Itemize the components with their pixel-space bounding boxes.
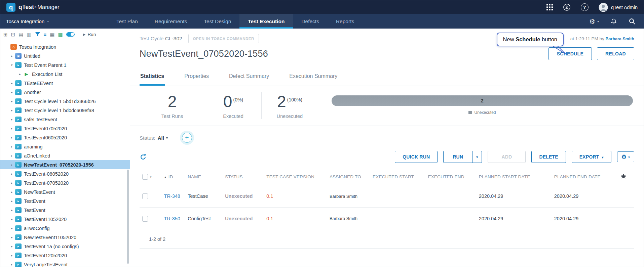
- caret-right-icon[interactable]: ▸: [9, 208, 14, 212]
- project-selector[interactable]: Tosca Integration ▾: [0, 14, 108, 29]
- tab-properties[interactable]: Properties: [184, 69, 210, 86]
- row-checkbox[interactable]: [142, 193, 148, 199]
- caret-right-icon[interactable]: ▸: [9, 254, 14, 257]
- tree-item[interactable]: ▸▸NewTestEvent_07052020-1556: [0, 160, 130, 169]
- quick-run-button[interactable]: QUICK RUN: [395, 151, 438, 163]
- row-checkbox[interactable]: [142, 216, 148, 222]
- caret-right-icon[interactable]: ▸: [9, 118, 14, 121]
- run-dropdown-caret[interactable]: ▾: [472, 151, 482, 163]
- nav-item-test-plan[interactable]: Test Plan: [108, 14, 146, 29]
- caret-right-icon[interactable]: ▸: [9, 244, 14, 248]
- select-all-header[interactable]: ▾: [140, 169, 161, 185]
- tree-item[interactable]: ▸▸TestEvent07052020: [0, 124, 130, 133]
- caret-right-icon[interactable]: ▸: [9, 172, 14, 176]
- tab-defect-summary[interactable]: Defect Summary: [228, 69, 270, 86]
- updated-by-link[interactable]: Barbara Smith: [606, 37, 634, 41]
- card-view-icon[interactable]: ▤: [18, 32, 23, 37]
- tree-item[interactable]: ▸▶Execution List: [0, 70, 130, 79]
- test-run-link[interactable]: TR-350: [164, 216, 180, 221]
- tab-statistics[interactable]: Statistics: [140, 69, 165, 86]
- grid-settings-button[interactable]: ⚙▾: [617, 151, 634, 162]
- reload-button[interactable]: RELOAD: [597, 47, 634, 60]
- caret-right-icon[interactable]: ▸: [9, 181, 14, 185]
- chevron-down-icon[interactable]: ▾: [166, 136, 168, 140]
- tree-item[interactable]: ▸▸TEsteEEVent: [0, 79, 130, 88]
- caret-down-icon[interactable]: ▾: [9, 63, 14, 67]
- add-button[interactable]: ADD: [488, 151, 526, 163]
- caret-right-icon[interactable]: ▸: [9, 145, 14, 148]
- tree-item[interactable]: ▸▸TestEvent-07052020: [0, 178, 130, 187]
- nav-item-requirements[interactable]: Requirements: [146, 14, 196, 29]
- refresh-icon[interactable]: [140, 153, 147, 161]
- caret-right-icon[interactable]: ▸: [9, 81, 14, 85]
- tree-item[interactable]: ▸▸TestEvent-08052020: [0, 169, 130, 178]
- caret-right-icon[interactable]: ▸: [9, 54, 14, 58]
- tree-item[interactable]: ▸▸aTwoConfig: [0, 224, 130, 233]
- paste-icon[interactable]: ▥: [27, 32, 31, 37]
- nav-item-test-execution[interactable]: Test Execution: [239, 14, 293, 29]
- data-query-icon[interactable]: ≡: [44, 32, 47, 37]
- tree-item[interactable]: ▸▸TestEvent: [0, 196, 130, 206]
- tree-item[interactable]: ▸▸aOneLinked: [0, 151, 130, 160]
- sidebar-scrollbar[interactable]: [127, 170, 129, 264]
- search-icon[interactable]: [629, 18, 636, 25]
- column-name[interactable]: NAME: [185, 169, 222, 185]
- tree-item[interactable]: ▸▸NewTestEvent11052020: [0, 233, 130, 242]
- caret-right-icon[interactable]: ▸: [9, 199, 14, 203]
- settings-menu[interactable]: ⚙ ▾: [589, 18, 599, 25]
- caret-right-icon[interactable]: ▸: [9, 99, 14, 103]
- column-planned-start-date[interactable]: PLANNED START DATE: [476, 169, 552, 185]
- column-planned-end-date[interactable]: PLANNED END DATE: [552, 169, 618, 185]
- tree-item[interactable]: ▸▸safeI TestEvent: [0, 115, 130, 124]
- new-item-icon[interactable]: ⊞: [3, 32, 8, 37]
- tree-item[interactable]: ▸▸anaming: [0, 142, 130, 151]
- column-executed-end[interactable]: EXECUTED END: [425, 169, 476, 185]
- toggle-switch[interactable]: [66, 32, 75, 37]
- status-filter-value[interactable]: All: [158, 135, 164, 141]
- test-run-link[interactable]: TR-348: [164, 193, 180, 199]
- tree-item[interactable]: ▸▸TestEvent11052020: [0, 215, 130, 224]
- tree-item[interactable]: ▸▸TestEvent: [0, 206, 130, 215]
- column-id[interactable]: ▲ID: [161, 169, 185, 185]
- tree-item[interactable]: ▸▸VeryLargeTestEvent: [0, 260, 130, 267]
- nav-item-defects[interactable]: Defects: [293, 14, 328, 29]
- caret-right-icon[interactable]: ▸: [9, 263, 14, 266]
- column-executed-start[interactable]: EXECUTED START: [370, 169, 425, 185]
- caret-right-icon[interactable]: ▸: [9, 226, 14, 230]
- tree-item[interactable]: ▸▸Test Cycle level 1 5bd1d3366b26: [0, 97, 130, 106]
- caret-right-icon[interactable]: ▸: [9, 217, 14, 221]
- tree-item[interactable]: ⌂Tosca Integration: [0, 42, 130, 51]
- caret-right-icon[interactable]: ▸: [9, 163, 14, 167]
- caret-right-icon[interactable]: ▸: [9, 190, 14, 194]
- notifications-bell-icon[interactable]: [610, 18, 617, 25]
- help-icon[interactable]: ?: [581, 3, 589, 11]
- tree-item[interactable]: ▸▸Another: [0, 88, 130, 97]
- add-filter-button[interactable]: +: [182, 133, 192, 143]
- nav-item-test-design[interactable]: Test Design: [195, 14, 239, 29]
- caret-right-icon[interactable]: ▸: [9, 154, 14, 158]
- column-defects[interactable]: [618, 169, 634, 185]
- download-icon[interactable]: [563, 3, 571, 11]
- caret-right-icon[interactable]: ▸: [17, 72, 23, 76]
- linked-items-icon[interactable]: ▩: [58, 32, 63, 37]
- column-assigned-to[interactable]: ASSIGNED TO: [327, 169, 370, 185]
- caret-right-icon[interactable]: ▸: [9, 127, 14, 130]
- caret-right-icon[interactable]: ▸: [9, 90, 14, 94]
- delete-button[interactable]: DELETE: [531, 151, 566, 163]
- caret-right-icon[interactable]: ▸: [9, 235, 14, 239]
- grid-view-icon[interactable]: ▦: [50, 32, 54, 37]
- column-status[interactable]: STATUS: [222, 169, 264, 185]
- chevron-down-icon[interactable]: ▾: [150, 175, 152, 179]
- nav-item-reports[interactable]: Reports: [328, 14, 363, 29]
- tree-item[interactable]: ▸▸TestEvent12052020: [0, 251, 130, 260]
- caret-right-icon[interactable]: ▸: [9, 136, 14, 139]
- open-in-tosca-commander-button[interactable]: OPEN IN TOSCA COMMANDER: [188, 34, 259, 43]
- copy-item-icon[interactable]: ⊡: [11, 32, 15, 37]
- run-button[interactable]: RUN: [443, 151, 472, 163]
- user-menu[interactable]: qTest Admin: [599, 3, 638, 12]
- column-test-case-version[interactable]: TEST CASE VERSION: [264, 169, 327, 185]
- tab-execution-summary[interactable]: Execution Summary: [289, 69, 338, 86]
- apps-grid-icon[interactable]: [546, 4, 553, 10]
- run-button[interactable]: ▶ Run: [83, 32, 96, 37]
- tree-item[interactable]: ▸▸TestEvent06052020: [0, 133, 130, 142]
